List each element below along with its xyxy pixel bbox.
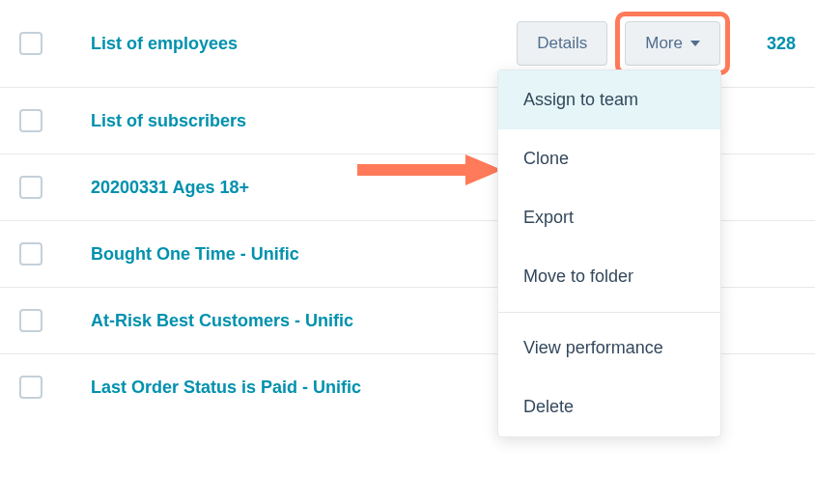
row-checkbox[interactable]: [19, 376, 42, 399]
row-checkbox[interactable]: [19, 309, 42, 332]
dropdown-item-clone[interactable]: Clone: [498, 129, 720, 188]
list-name-link[interactable]: Bought One Time - Unific: [91, 244, 299, 265]
list-size-count: 328: [767, 34, 796, 54]
list-name-link[interactable]: List of employees: [91, 34, 238, 54]
more-button-wrap: More: [625, 21, 720, 66]
dropdown-separator: [498, 312, 720, 313]
row-checkbox[interactable]: [19, 176, 42, 199]
list-name-link[interactable]: Last Order Status is Paid - Unific: [91, 378, 361, 398]
row-checkbox[interactable]: [19, 109, 42, 132]
more-dropdown: Assign to team Clone Export Move to fold…: [497, 70, 721, 437]
more-button[interactable]: More: [625, 21, 720, 66]
row-checkbox[interactable]: [19, 242, 42, 266]
details-button[interactable]: Details: [517, 21, 607, 66]
more-button-label: More: [645, 34, 683, 53]
dropdown-item-view-performance[interactable]: View performance: [498, 319, 720, 378]
dropdown-item-export[interactable]: Export: [498, 188, 720, 247]
dropdown-item-move-to-folder[interactable]: Move to folder: [498, 247, 720, 306]
list-name-link[interactable]: List of subscribers: [91, 111, 246, 131]
list-name-link[interactable]: 20200331 Ages 18+: [91, 178, 249, 198]
chevron-down-icon: [690, 41, 700, 46]
row-checkbox[interactable]: [19, 32, 42, 55]
row-actions: Details More 328: [517, 21, 796, 66]
list-name-link[interactable]: At-Risk Best Customers - Unific: [91, 311, 353, 331]
dropdown-item-delete[interactable]: Delete: [498, 378, 720, 436]
dropdown-item-assign-to-team[interactable]: Assign to team: [498, 70, 720, 129]
